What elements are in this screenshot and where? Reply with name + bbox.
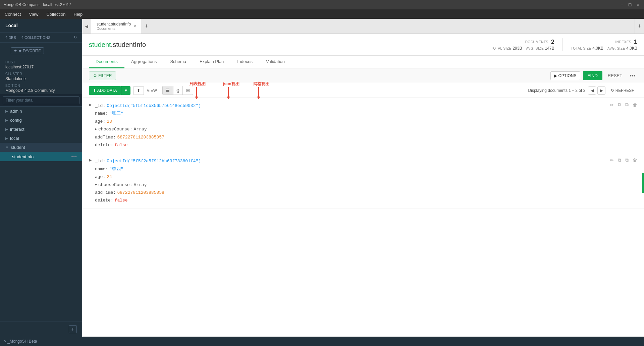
favorite-button[interactable]: ★ ★ FAVORITE: [11, 47, 44, 54]
doc-edit-button[interactable]: ✏: [608, 157, 615, 164]
bottom-bar: > _MongoSH Beta: [0, 337, 644, 346]
sidebar-item-local[interactable]: ▶ local: [0, 134, 82, 143]
doc-actions: ✏ ⧉ ⧉ 🗑: [608, 157, 639, 164]
doc-expand-toggle[interactable]: ▶: [89, 102, 92, 149]
table-view-button[interactable]: ⊞: [183, 86, 193, 95]
doc-clone-button[interactable]: ⧉: [624, 157, 630, 164]
maximize-button[interactable]: □: [627, 2, 633, 7]
import-button[interactable]: ⬆: [133, 86, 144, 95]
pagination-buttons: ◀ ▶: [588, 86, 605, 95]
collection-stats: DOCUMENTS 2 TOTAL SIZE 293B AVG. SIZE 14…: [491, 38, 637, 51]
reset-button[interactable]: RESET: [605, 71, 625, 80]
tab-studentinfo[interactable]: student.studentInfo Documents ×: [91, 19, 142, 34]
cluster-label: CLUSTER: [5, 72, 77, 76]
idx-total-size-group: TOTAL SIZE 4.0KB: [571, 46, 603, 51]
add-database-button[interactable]: +: [69, 325, 77, 333]
cluster-value: Standalone: [5, 76, 77, 81]
tab-documents[interactable]: Documents: [89, 56, 124, 68]
menu-collection[interactable]: Collection: [45, 11, 67, 17]
sidebar-toggle-button[interactable]: ◀: [82, 19, 91, 34]
next-page-button[interactable]: ▶: [597, 86, 605, 95]
tab-schema[interactable]: Schema: [163, 56, 193, 68]
options-button[interactable]: ▶ OPTIONS: [550, 71, 580, 80]
doc-key-id: _id:: [95, 102, 105, 110]
doc-key-id: _id:: [95, 157, 105, 165]
menu-view[interactable]: View: [28, 11, 40, 17]
filter-icon: ⚙: [93, 73, 97, 78]
sidebar-item-studentinfo[interactable]: studentInfo •••: [0, 152, 82, 161]
tab-indexes[interactable]: Indexes: [230, 56, 259, 68]
collection-menu-icon[interactable]: •••: [71, 154, 77, 160]
database-list: ▶ admin ▶ config ▶ interact ▶ local ▼ st…: [0, 107, 82, 322]
doc-delete-button[interactable]: 🗑: [631, 157, 639, 164]
document-list: ▶ _id: ObjectId("5f5f1cb35657b6148ec5903…: [82, 98, 644, 337]
edition-label: EDITION: [5, 84, 77, 88]
doc-value-addtime: 687227811203885058: [117, 189, 164, 196]
doc-choosecourse-row[interactable]: ▶ chooseCourse: Array: [95, 125, 637, 133]
tab-explain-plan[interactable]: Explain Plan: [193, 56, 230, 68]
chevron-right-icon: ▶: [95, 182, 97, 188]
doc-addtime-row: addTime: 687227811203885058: [95, 189, 637, 196]
sidebar-refresh-icon[interactable]: ↻: [74, 35, 77, 40]
tab-aggregations[interactable]: Aggregations: [124, 56, 164, 68]
doc-id-row: _id: ObjectId("5f5f1cb35657b6148ec59032"…: [95, 102, 637, 110]
doc-value-name: "张三": [109, 110, 123, 117]
doc-clone-button[interactable]: ⧉: [624, 101, 630, 108]
doc-value-age: 24: [107, 173, 112, 181]
sidebar-bottom: +: [0, 322, 82, 337]
docs-label: DOCUMENTS: [525, 40, 548, 44]
dbs-count: 4 DBS: [5, 36, 16, 40]
sidebar-filter-input[interactable]: [3, 96, 79, 104]
tab-validation[interactable]: Validation: [259, 56, 291, 68]
list-view-button[interactable]: ☰: [162, 86, 173, 95]
find-button[interactable]: FIND: [583, 71, 602, 80]
minimize-button[interactable]: −: [619, 2, 625, 7]
menu-help[interactable]: Help: [72, 11, 84, 17]
doc-expand-toggle[interactable]: ▶: [89, 157, 92, 204]
doc-delete-button[interactable]: 🗑: [631, 101, 639, 108]
doc-edit-button[interactable]: ✏: [608, 101, 615, 108]
tab-close-button[interactable]: ×: [133, 23, 136, 29]
doc-copy-button[interactable]: ⧉: [616, 101, 623, 108]
main-content: ◀ student.studentInfo Documents × + + st…: [82, 19, 644, 337]
doc-key-addtime: addTime:: [95, 189, 116, 196]
add-data-button[interactable]: ⬇ ADD DATA: [89, 86, 121, 95]
document-content: _id: ObjectId("5f5f2a5f912bb63f783801f4"…: [95, 157, 637, 204]
sidebar-item-config[interactable]: ▶ config: [0, 116, 82, 125]
mongosh-label[interactable]: > _MongoSH Beta: [4, 339, 37, 344]
doc-name-row: name: "李四": [95, 165, 637, 173]
tab-db-path: student.studentInfo: [97, 22, 131, 26]
menu-connect[interactable]: Connect: [3, 11, 22, 17]
close-button[interactable]: ×: [635, 2, 641, 7]
docs-count: 2: [551, 39, 554, 46]
doc-id-row: _id: ObjectId("5f5f2a5f912bb63f783801f4"…: [95, 157, 637, 165]
idx-sizes: TOTAL SIZE 4.0KB AVG. SIZE 4.0KB: [571, 46, 637, 51]
stat-divider: [562, 38, 563, 51]
chevron-right-icon: ▶: [5, 136, 8, 140]
refresh-label: ↻ REFRESH: [611, 88, 635, 93]
doc-choosecourse-row[interactable]: ▶ chooseCourse: Array: [95, 181, 637, 189]
doc-key-name: name:: [95, 165, 108, 173]
new-tab-button[interactable]: +: [635, 19, 644, 34]
chevron-right-icon: ▶: [5, 109, 8, 113]
more-options-button[interactable]: •••: [628, 71, 637, 80]
documents-stat: DOCUMENTS 2 TOTAL SIZE 293B AVG. SIZE 14…: [491, 39, 554, 51]
doc-copy-button[interactable]: ⧉: [616, 157, 623, 164]
filter-button[interactable]: ⚙ FILTER: [89, 71, 116, 80]
sidebar-item-interact[interactable]: ▶ interact: [0, 125, 82, 134]
refresh-button[interactable]: ↻ REFRESH: [608, 87, 637, 94]
prev-page-button[interactable]: ◀: [588, 86, 596, 95]
add-data-dropdown-button[interactable]: ▼: [121, 86, 131, 95]
docs-sizes: TOTAL SIZE 293B AVG. SIZE 147B: [491, 46, 554, 51]
tab-add-button[interactable]: +: [142, 19, 151, 34]
chevron-left-icon: ◀: [85, 24, 88, 29]
cluster-info: CLUSTER Standalone: [5, 72, 77, 81]
total-size-group: TOTAL SIZE 293B: [491, 46, 522, 51]
table-row: ▶ _id: ObjectId("5f5f2a5f912bb63f783801f…: [82, 153, 644, 209]
sidebar-item-student[interactable]: ▼ student: [0, 143, 82, 152]
avg-size-group: AVG. SIZE 147B: [526, 46, 554, 51]
json-view-button[interactable]: {}: [173, 86, 183, 95]
host-value: localhost:27017: [5, 65, 77, 69]
sidebar-item-admin[interactable]: ▶ admin: [0, 107, 82, 116]
doc-value-choosecourse: Array: [133, 125, 147, 133]
